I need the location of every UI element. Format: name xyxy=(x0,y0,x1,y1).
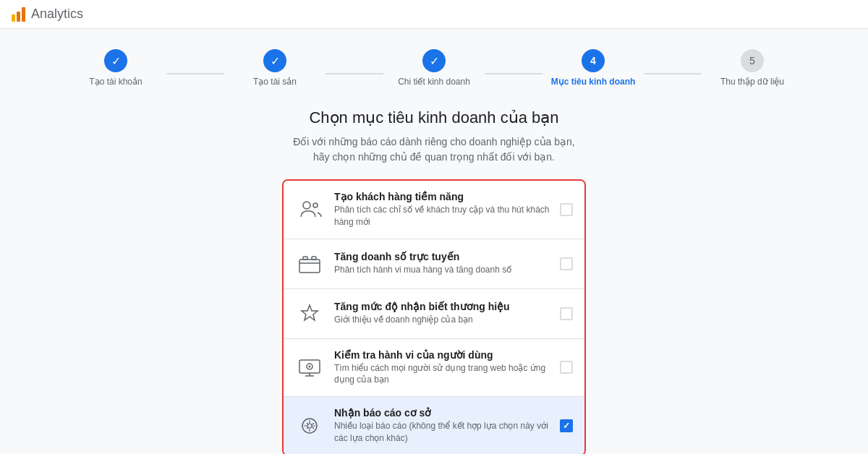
option-4-checkbox[interactable] xyxy=(560,361,573,374)
svg-point-1 xyxy=(313,203,318,207)
option-5-title: Nhận báo cáo cơ sở xyxy=(334,407,550,419)
option-nhan-bao-cao-co-so[interactable]: Nhận báo cáo cơ sở Nhiều loại báo cáo (k… xyxy=(284,397,584,454)
option-4-title: Kiểm tra hành vi của người dùng xyxy=(334,349,550,361)
option-1-desc: Phân tích các chỉ số về khách truy cập v… xyxy=(334,204,550,228)
step-number-5: 5 xyxy=(749,55,755,67)
app-title: Analytics xyxy=(31,7,83,22)
connector-2 xyxy=(326,73,383,74)
step-number-4: 4 xyxy=(590,55,596,67)
options-list: Tạo khách hàng tiềm năng Phân tích các c… xyxy=(282,179,586,454)
bar1 xyxy=(12,14,15,22)
option-5-checkbox[interactable] xyxy=(560,419,573,432)
step-circle-1: ✓ xyxy=(104,49,127,72)
option-4-desc: Tìm hiểu cách mọi người sử dụng trang we… xyxy=(334,362,550,387)
bar3 xyxy=(22,7,25,22)
option-3-checkbox[interactable] xyxy=(560,307,573,320)
leads-icon xyxy=(295,195,324,224)
option-3-title: Tăng mức độ nhận biết thương hiệu xyxy=(334,301,550,312)
option-3-desc: Giới thiệu về doanh nghiệp của bạn xyxy=(334,314,550,326)
step-thu-thap-du-lieu: 5 Thu thập dữ liệu xyxy=(702,49,803,87)
checkmark-1: ✓ xyxy=(111,54,121,68)
connector-3 xyxy=(485,73,542,74)
analytics-logo-icon xyxy=(12,7,25,22)
main-content: Chọn mục tiêu kinh doanh của bạn Đối với… xyxy=(0,101,868,454)
option-tao-khach-hang-tiem-nang[interactable]: Tạo khách hàng tiềm năng Phân tích các c… xyxy=(284,181,584,239)
sales-icon xyxy=(295,249,324,278)
step-tao-tai-san: ✓ Tạo tài sản xyxy=(224,49,326,87)
step-label-1: Tạo tài khoản xyxy=(89,77,142,87)
option-5-desc: Nhiều loại báo cáo (không thể kết hợp lự… xyxy=(334,420,550,445)
connector-4 xyxy=(644,73,702,74)
option-2-desc: Phân tích hành vi mua hàng và tăng doanh… xyxy=(334,264,550,276)
subtitle-line2: hãy chọn những chủ đề quan trọng nhất đố… xyxy=(313,151,555,163)
option-5-text: Nhận báo cáo cơ sở Nhiều loại báo cáo (k… xyxy=(334,407,550,445)
step-circle-4: 4 xyxy=(582,49,605,72)
step-muc-tieu-kinh-doanh: 4 Mục tiêu kinh doanh xyxy=(542,49,644,87)
option-3-text: Tăng mức độ nhận biết thương hiệu Giới t… xyxy=(334,301,550,326)
logo-container: Analytics xyxy=(12,7,83,22)
svg-point-0 xyxy=(303,202,310,209)
behavior-icon xyxy=(295,353,324,382)
option-kiem-tra-hanh-vi[interactable]: Kiểm tra hành vi của người dùng Tìm hiểu… xyxy=(284,339,584,398)
reports-icon xyxy=(295,411,324,440)
svg-point-7 xyxy=(309,366,311,368)
step-label-2: Tạo tài sản xyxy=(253,77,297,87)
svg-point-9 xyxy=(307,424,312,428)
option-4-text: Kiểm tra hành vi của người dùng Tìm hiểu… xyxy=(334,349,550,387)
step-label-3: Chi tiết kinh doanh xyxy=(398,77,470,87)
step-wrapper: ✓ Tạo tài khoản ✓ Tạo tài sản ✓ Chi tiết… xyxy=(65,49,803,87)
checkmark-3: ✓ xyxy=(430,54,439,68)
option-1-title: Tạo khách hàng tiềm năng xyxy=(334,191,550,202)
brand-icon xyxy=(295,299,324,328)
connector-1 xyxy=(166,73,224,74)
svg-rect-3 xyxy=(303,257,307,260)
step-label-4: Mục tiêu kinh doanh xyxy=(551,77,636,87)
option-2-title: Tăng doanh số trực tuyến xyxy=(334,251,550,262)
subtitle-line1: Đối với những báo cáo dành riêng cho doa… xyxy=(293,136,574,147)
option-tang-doanh-so[interactable]: Tăng doanh số trực tuyến Phân tích hành … xyxy=(284,239,584,289)
option-2-checkbox[interactable] xyxy=(560,257,573,270)
step-circle-2: ✓ xyxy=(263,49,286,72)
option-1-checkbox[interactable] xyxy=(560,203,573,216)
step-circle-3: ✓ xyxy=(422,49,446,72)
svg-rect-2 xyxy=(299,260,320,273)
option-2-text: Tăng doanh số trực tuyến Phân tích hành … xyxy=(334,251,550,276)
step-chi-tiet-kinh-doanh: ✓ Chi tiết kinh doanh xyxy=(383,49,485,87)
bar2 xyxy=(17,12,20,22)
checkmark-2: ✓ xyxy=(271,54,280,68)
option-tang-nhan-biet[interactable]: Tăng mức độ nhận biết thương hiệu Giới t… xyxy=(284,289,584,339)
option-1-text: Tạo khách hàng tiềm năng Phân tích các c… xyxy=(334,191,550,228)
step-circle-5: 5 xyxy=(741,49,764,72)
step-label-5: Thu thập dữ liệu xyxy=(720,77,784,87)
stepper: ✓ Tạo tài khoản ✓ Tạo tài sản ✓ Chi tiết… xyxy=(0,29,868,101)
page-title: Chọn mục tiêu kinh doanh của bạn xyxy=(309,108,558,127)
page-subtitle: Đối với những báo cáo dành riêng cho doa… xyxy=(293,134,574,165)
step-tao-tai-khoan: ✓ Tạo tài khoản xyxy=(65,49,166,87)
app-header: Analytics xyxy=(0,0,868,29)
svg-rect-4 xyxy=(312,257,316,260)
